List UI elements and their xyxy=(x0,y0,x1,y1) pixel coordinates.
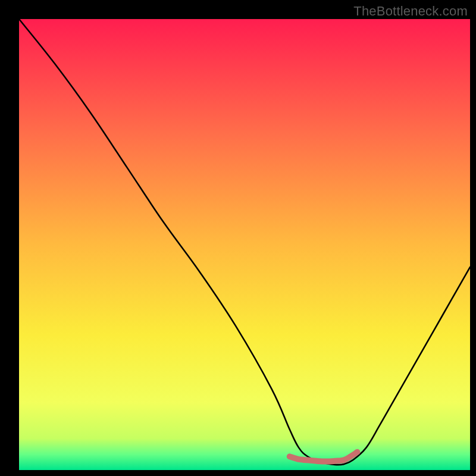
attribution-text: TheBottleneck.com xyxy=(353,4,468,19)
chart-container: TheBottleneck.com xyxy=(0,0,476,476)
plot-area-gradient xyxy=(19,19,470,470)
bottleneck-chart xyxy=(0,0,476,476)
